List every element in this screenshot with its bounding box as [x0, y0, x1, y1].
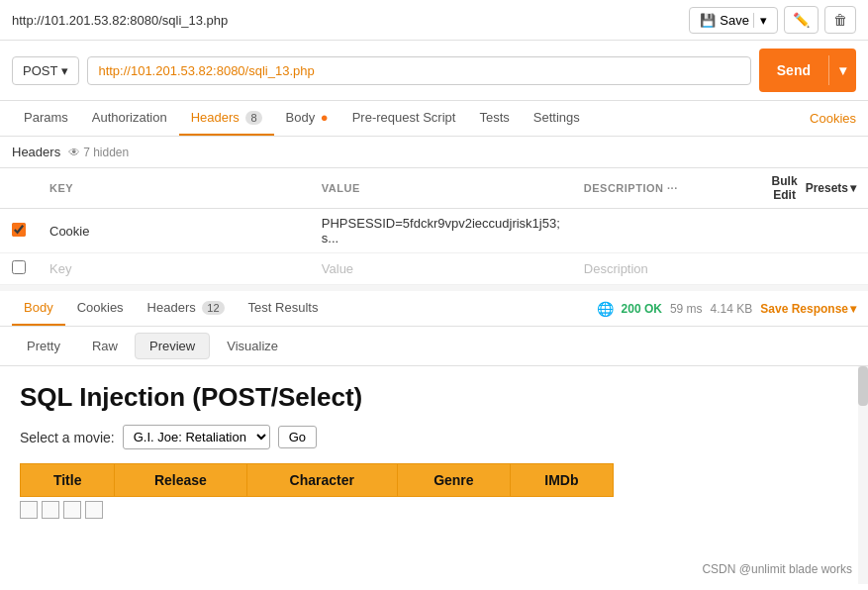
response-tab-test-results[interactable]: Test Results — [237, 291, 331, 326]
view-tab-pretty[interactable]: Pretty — [12, 333, 75, 359]
save-label: Save — [720, 13, 749, 28]
col-imdb: IMDb — [510, 464, 613, 497]
page-title: SQL Injection (POST/Select) — [20, 382, 848, 413]
placeholder-checkbox-cell — [0, 253, 38, 285]
request-bar: POST ▾ Send ▾ — [0, 41, 868, 101]
table-row-placeholder: Key Value Description — [0, 253, 868, 285]
view-tab-preview[interactable]: Preview — [135, 333, 210, 359]
row-desc-cell — [572, 209, 760, 253]
view-tab-visualize[interactable]: Visualize — [212, 333, 293, 359]
col-genre: Genre — [397, 464, 510, 497]
placeholder-action-cell — [760, 253, 868, 285]
placeholder-value: Value — [322, 261, 353, 276]
tab-body[interactable]: Body ● — [274, 101, 340, 136]
response-headers-badge: 12 — [202, 301, 224, 315]
top-bar: http://101.201.53.82:8080/sqli_13.php 💾 … — [0, 0, 868, 41]
delete-button[interactable]: 🗑 — [824, 6, 856, 34]
top-bar-url: http://101.201.53.82:8080/sqli_13.php — [12, 13, 228, 28]
th-description: DESCRIPTION ··· — [572, 168, 760, 209]
table-row: Cookie PHPSESSID=5fdckr9vpv2ieccudjrisk1… — [0, 209, 868, 253]
response-tab-headers[interactable]: Headers 12 — [136, 291, 237, 326]
row-checkbox-cell — [0, 209, 38, 253]
col-character: Character — [246, 464, 397, 497]
select-label: Select a movie: — [20, 430, 115, 445]
send-button-group: Send ▾ — [759, 49, 856, 92]
top-bar-actions: 💾 Save ▾ ✏️ 🗑 — [689, 6, 856, 34]
broken-img-4 — [85, 501, 103, 519]
row-value: PHPSESSID=5fdckr9vpv2ieccudjrisk1j53; s.… — [322, 216, 560, 246]
status-time: 59 ms — [670, 302, 703, 316]
headers-section: Headers 👁 7 hidden — [0, 137, 868, 168]
bulk-edit-button[interactable]: Bulk Edit — [772, 174, 798, 202]
body-dot: ● — [321, 110, 329, 125]
response-tabs-bar: Body Cookies Headers 12 Test Results 🌐 2… — [0, 291, 868, 327]
broken-img-1 — [20, 501, 38, 519]
hidden-badge: 👁 7 hidden — [68, 146, 129, 159]
tab-pre-request[interactable]: Pre-request Script — [340, 101, 468, 136]
headers-label: Headers — [12, 145, 60, 159]
send-main-button[interactable]: Send — [759, 55, 828, 85]
method-caret-icon: ▾ — [61, 63, 68, 78]
tab-headers[interactable]: Headers 8 — [179, 101, 274, 136]
method-select[interactable]: POST ▾ — [12, 56, 79, 85]
url-input[interactable] — [87, 56, 750, 85]
save-response-button[interactable]: Save Response ▾ — [760, 302, 856, 316]
send-caret-icon[interactable]: ▾ — [828, 55, 856, 85]
hidden-count: 7 hidden — [83, 146, 129, 159]
edit-button[interactable]: ✏️ — [784, 6, 819, 34]
status-size: 4.14 KB — [711, 302, 753, 316]
th-key: KEY — [38, 168, 310, 209]
placeholder-description: Description — [584, 261, 648, 276]
placeholder-key-cell: Key — [38, 253, 310, 285]
select-row: Select a movie: G.I. Joe: Retaliation Go — [20, 425, 848, 449]
row-action-cell — [760, 209, 868, 253]
broken-images-row — [20, 497, 848, 523]
watermark: CSDN @unlimit blade works — [702, 562, 852, 576]
scrollbar[interactable] — [858, 366, 868, 584]
th-actions: Bulk Edit Presets ▾ — [760, 168, 868, 209]
presets-button[interactable]: Presets ▾ — [806, 181, 856, 195]
view-tabs: Pretty Raw Preview Visualize — [0, 327, 868, 366]
row-key-cell: Cookie — [38, 209, 310, 253]
more-icon[interactable]: ··· — [667, 182, 678, 194]
col-release: Release — [115, 464, 246, 497]
save-caret-icon[interactable]: ▾ — [753, 13, 767, 28]
broken-img-3 — [63, 501, 81, 519]
tab-params[interactable]: Params — [12, 101, 80, 136]
row-key: Cookie — [49, 224, 89, 239]
response-content: SQL Injection (POST/Select) Select a mov… — [0, 366, 868, 584]
tab-settings[interactable]: Settings — [522, 101, 592, 136]
th-checkbox — [0, 168, 38, 209]
method-label: POST — [23, 63, 57, 78]
eye-icon: 👁 — [68, 146, 80, 159]
headers-badge: 8 — [245, 111, 261, 125]
row-checkbox[interactable] — [12, 223, 26, 237]
response-tab-body[interactable]: Body — [12, 291, 65, 326]
save-response-caret-icon: ▾ — [850, 302, 856, 316]
placeholder-desc-cell: Description — [572, 253, 760, 285]
placeholder-value-cell: Value — [310, 253, 572, 285]
broken-img-2 — [42, 501, 59, 519]
movie-select[interactable]: G.I. Joe: Retaliation — [123, 425, 270, 449]
save-button[interactable]: 💾 Save ▾ — [689, 7, 778, 34]
col-title: Title — [21, 464, 115, 497]
save-icon: 💾 — [700, 13, 716, 28]
placeholder-key: Key — [49, 261, 71, 276]
scrollbar-thumb[interactable] — [858, 366, 868, 406]
movie-table: Title Release Character Genre IMDb — [20, 463, 614, 497]
tab-tests[interactable]: Tests — [467, 101, 521, 136]
go-button[interactable]: Go — [278, 426, 317, 448]
cookies-link[interactable]: Cookies — [810, 111, 856, 126]
presets-caret-icon: ▾ — [850, 181, 856, 195]
headers-table: KEY VALUE DESCRIPTION ··· Bulk Edit Pres… — [0, 168, 868, 285]
placeholder-checkbox[interactable] — [12, 260, 26, 274]
request-tabs: Params Authorization Headers 8 Body ● Pr… — [0, 101, 868, 137]
view-tab-raw[interactable]: Raw — [77, 333, 133, 359]
globe-icon: 🌐 — [597, 301, 614, 317]
th-value: VALUE — [310, 168, 572, 209]
status-ok: 200 OK — [622, 302, 662, 316]
tab-authorization[interactable]: Authorization — [80, 101, 179, 136]
row-value-cell: PHPSESSID=5fdckr9vpv2ieccudjrisk1j53; s.… — [310, 209, 572, 253]
response-meta: 🌐 200 OK 59 ms 4.14 KB Save Response ▾ — [597, 301, 856, 317]
response-tab-cookies[interactable]: Cookies — [65, 291, 136, 326]
